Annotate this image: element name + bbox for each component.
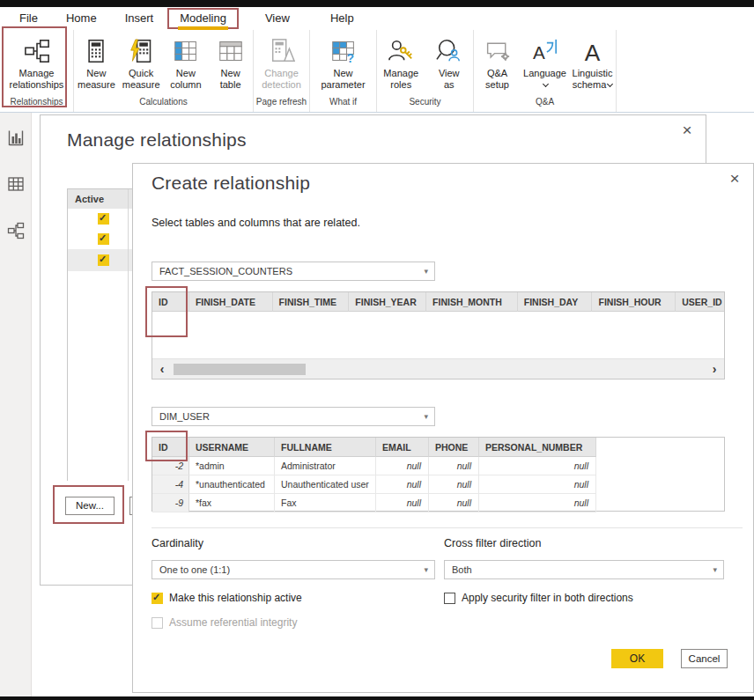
menu-modeling[interactable]: Modeling [167, 8, 239, 29]
svg-text:A: A [532, 42, 544, 63]
ribbon-group-security: Manage roles View as Security [377, 30, 474, 112]
menu-file[interactable]: File [5, 8, 52, 29]
column-header[interactable]: FINISH_MONTH [426, 292, 518, 312]
table-row[interactable]: -4 *unauthenticated Unauthenticated user… [152, 475, 724, 494]
window-titlebar [0, 0, 754, 7]
close-icon[interactable] [677, 121, 697, 140]
lightning-calculator-icon [127, 37, 155, 65]
group-label-qa: Q&A [474, 97, 616, 112]
new-column-button[interactable]: New column [164, 37, 209, 91]
chevron-left-icon[interactable] [154, 359, 170, 379]
disabled-checkbox-icon [152, 617, 163, 629]
column-header[interactable]: PERSONAL_NUMBER [479, 438, 596, 457]
group-label-relationships: Relationships [0, 97, 73, 112]
security-filter-checkbox-row[interactable]: Apply security filter in both directions [444, 592, 633, 604]
menu-home[interactable]: Home [52, 8, 111, 29]
unchecked-checkbox-icon[interactable] [444, 593, 455, 604]
svg-text:A: A [584, 40, 600, 64]
menu-insert[interactable]: Insert [111, 8, 168, 29]
language-icon: A [531, 37, 559, 65]
column-header[interactable]: FINISH_YEAR [349, 292, 426, 312]
table-row[interactable]: -9 *fax Fax null null null [152, 494, 724, 512]
create-dialog-subtitle: Select tables and columns that are relat… [152, 217, 360, 229]
column-header[interactable]: FINISH_DAY [518, 292, 593, 312]
relationship-row[interactable] [68, 209, 134, 229]
table-icon [217, 37, 245, 65]
column-header[interactable]: ID [152, 438, 189, 457]
column-header[interactable]: USERNAME [189, 438, 275, 457]
column-header[interactable]: USER_ID [676, 292, 724, 312]
language-button[interactable]: A Language [521, 37, 569, 91]
cross-filter-selector[interactable]: Both [444, 560, 724, 579]
menu-modeling-label: Modeling [180, 11, 226, 25]
manage-relationships-icon [23, 37, 51, 65]
column-header[interactable]: ID [152, 292, 189, 312]
linguistic-schema-button[interactable]: A Linguistic schema [569, 37, 616, 91]
fact-table-selector[interactable]: FACT_SESSION_COUNTERS [152, 262, 435, 281]
data-view-icon[interactable] [6, 174, 26, 194]
table-row[interactable]: -2 *admin Administrator null null null [152, 457, 724, 475]
manage-roles-button[interactable]: Manage roles [377, 37, 425, 91]
horizontal-scrollbar[interactable] [152, 358, 724, 379]
ribbon-group-what-if: ? New parameter What if [310, 30, 377, 112]
group-label-what-if: What if [310, 97, 376, 112]
new-measure-button[interactable]: New measure [74, 37, 119, 91]
model-view-icon[interactable] [6, 221, 26, 240]
make-active-checkbox-row[interactable]: Make this relationship active [152, 592, 302, 604]
view-as-button[interactable]: View as [425, 37, 474, 91]
table-column-icon [172, 37, 200, 65]
manage-relationships-button[interactable]: Manage relationships [0, 37, 73, 91]
header-filler [596, 438, 724, 457]
group-label-security: Security [377, 97, 473, 112]
change-detection-icon [268, 37, 296, 65]
qa-setup-button[interactable]: Q&A setup [474, 37, 521, 91]
create-relationship-dialog: Create relationship Select tables and co… [132, 163, 754, 693]
window-bottombar [0, 696, 754, 700]
active-checkbox[interactable] [98, 254, 109, 266]
ribbon-group-page-refresh: Change detection Page refresh [254, 30, 310, 112]
group-label-calculations: Calculations [74, 97, 253, 112]
active-checkbox[interactable] [98, 213, 109, 225]
view-sidebar [0, 113, 32, 696]
change-detection-button: Change detection [254, 37, 309, 91]
cardinality-selector[interactable]: One to one (1:1) [152, 560, 435, 579]
new-relationship-button[interactable]: New... [65, 497, 115, 515]
fact-table-body [152, 312, 724, 358]
close-icon[interactable] [725, 169, 744, 188]
magnifier-person-icon [435, 37, 463, 65]
checked-checkbox-icon[interactable] [152, 593, 163, 604]
menu-help[interactable]: Help [316, 8, 368, 29]
svg-text:?: ? [346, 51, 354, 63]
column-header[interactable]: FINISH_DATE [189, 292, 273, 312]
dim-table-preview: ID USERNAME FULLNAME EMAIL PHONE PERSONA… [152, 437, 725, 512]
column-header[interactable]: EMAIL [376, 438, 429, 457]
parameter-grid-icon: ? [329, 37, 358, 65]
new-table-button[interactable]: New table [208, 37, 253, 91]
cancel-button[interactable]: Cancel [681, 649, 728, 668]
ribbon-group-qa: Q&A setup A Language A Linguistic schema… [474, 30, 617, 112]
relationship-row-selected[interactable] [68, 249, 134, 271]
relationship-row[interactable] [68, 229, 134, 249]
ribbon: Manage relationships Relationships New m… [0, 30, 754, 113]
menu-view[interactable]: View [251, 8, 304, 29]
scrollbar-thumb[interactable] [174, 364, 306, 375]
dim-table-selector[interactable]: DIM_USER [152, 407, 435, 426]
ribbon-group-calculations: New measure Quick measure New column [74, 30, 254, 112]
ribbon-group-relationships: Manage relationships Relationships [0, 30, 74, 112]
chevron-down-icon [542, 79, 548, 91]
manage-dialog-title: Manage relationships [67, 129, 247, 151]
column-header[interactable]: FINISH_HOUR [592, 292, 676, 312]
fact-table-preview: ID FINISH_DATE FINISH_TIME FINISH_YEAR F… [152, 291, 725, 379]
report-view-icon[interactable] [6, 129, 26, 148]
ok-button[interactable]: OK [611, 649, 663, 668]
active-checkbox[interactable] [98, 233, 109, 245]
column-header[interactable]: PHONE [429, 438, 479, 457]
create-dialog-title: Create relationship [152, 173, 310, 194]
linguistic-schema-icon: A [579, 37, 607, 65]
column-header[interactable]: FULLNAME [275, 438, 376, 457]
chevron-down-icon [607, 81, 613, 87]
quick-measure-button[interactable]: Quick measure [119, 37, 164, 91]
chevron-right-icon[interactable] [706, 359, 722, 379]
column-header[interactable]: FINISH_TIME [273, 292, 350, 312]
new-parameter-button[interactable]: ? New parameter [310, 37, 376, 91]
